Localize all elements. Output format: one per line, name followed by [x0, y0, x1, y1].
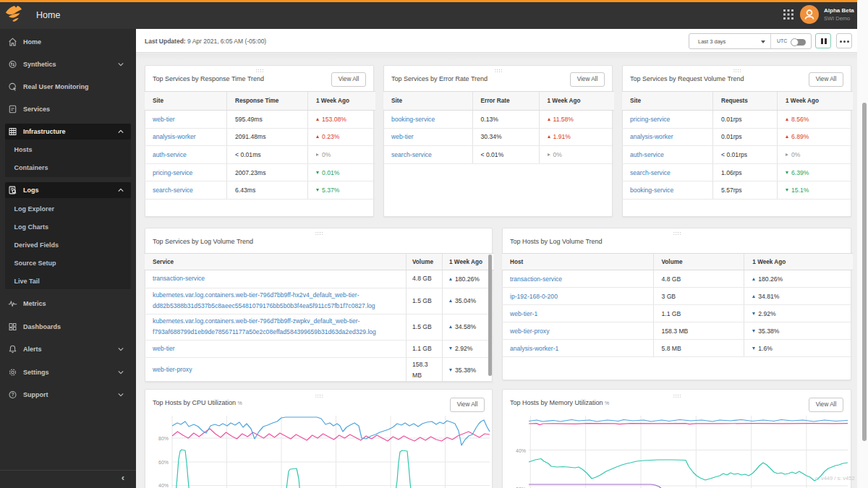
svg-text:?: ? [11, 392, 14, 397]
svg-text:60%: 60% [158, 460, 169, 465]
svg-text:80%: 80% [158, 436, 169, 441]
svg-text:40%: 40% [516, 448, 526, 453]
svg-text:40%: 40% [158, 483, 169, 488]
